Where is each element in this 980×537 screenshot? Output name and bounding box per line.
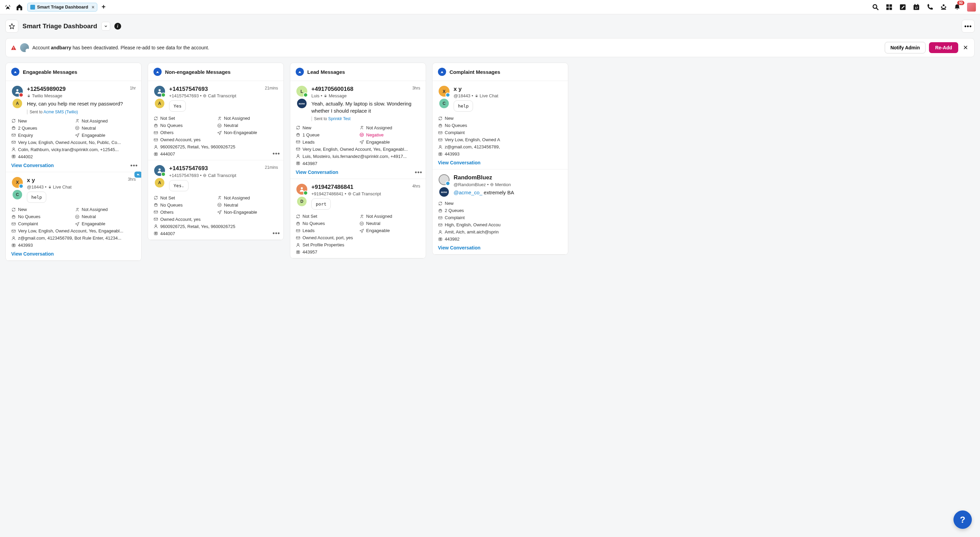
svg-rect-67 bbox=[297, 134, 299, 136]
meta-icon bbox=[153, 116, 158, 121]
user-avatar[interactable] bbox=[967, 3, 976, 11]
meta-icon: C bbox=[11, 243, 16, 248]
message-text: @acme_co_ extremely BA bbox=[453, 189, 563, 196]
message-card[interactable]: A +14157547693 21mins +14157547693 • Cal… bbox=[148, 160, 283, 239]
svg-rect-3 bbox=[889, 4, 892, 6]
meta-item: C444007 bbox=[153, 151, 278, 156]
lock-icon bbox=[48, 185, 52, 189]
meta-icon bbox=[296, 214, 301, 219]
avatar: A bbox=[155, 178, 164, 188]
svg-rect-19 bbox=[12, 127, 15, 129]
view-conversation-link[interactable]: View Conversation bbox=[11, 163, 54, 168]
card-time: 3hrs bbox=[412, 86, 420, 91]
alert-close-icon[interactable]: ✕ bbox=[962, 43, 969, 53]
meta-icon bbox=[438, 230, 443, 234]
view-conversation-link[interactable]: View Conversation bbox=[438, 245, 480, 250]
meta-item: C444002 bbox=[11, 154, 136, 159]
card-title: x y bbox=[453, 86, 462, 92]
add-tab-button[interactable]: + bbox=[102, 3, 105, 11]
readd-button[interactable]: Re-Add bbox=[929, 42, 958, 53]
calendar-icon[interactable]: 17 bbox=[913, 3, 920, 11]
card-subtitle: @18443 • Live Chat bbox=[453, 93, 563, 98]
meta-grid: Not SetNot AssignedNo QueuesNeutralOther… bbox=[153, 195, 278, 236]
column-header: Complaint Messages bbox=[433, 63, 568, 81]
meta-item: Not Set bbox=[153, 116, 215, 121]
page-more-button[interactable]: ••• bbox=[962, 20, 975, 33]
meta-icon bbox=[11, 133, 16, 137]
svg-point-66 bbox=[361, 126, 363, 127]
avatar-stack: D bbox=[296, 184, 308, 206]
message-card[interactable]: A +14157547693 21mins +14157547693 • Cal… bbox=[148, 81, 283, 160]
meta-icon bbox=[153, 137, 158, 142]
meta-grid: NewNot Assigned1 QueueNegativeLeadsEngag… bbox=[296, 125, 420, 166]
meta-item: 9600926725, Retail, Yes, 9600926725 bbox=[153, 224, 278, 229]
globe-icon bbox=[490, 183, 494, 186]
avatar: acme bbox=[439, 187, 449, 197]
meta-icon bbox=[438, 116, 443, 121]
compose-icon[interactable] bbox=[899, 3, 907, 11]
meta-icon bbox=[438, 137, 443, 142]
meta-item: Engageable bbox=[360, 228, 420, 233]
svg-point-76 bbox=[301, 187, 303, 189]
phone-icon[interactable] bbox=[926, 3, 934, 11]
sent-to-link[interactable]: Sprinklr Test bbox=[328, 116, 350, 121]
card-more-icon[interactable]: ••• bbox=[130, 162, 138, 169]
avatar: D bbox=[297, 197, 307, 206]
title-dropdown[interactable] bbox=[102, 22, 110, 30]
tab-active[interactable]: Smart Triage Dashboard × bbox=[27, 3, 97, 11]
card-more-icon[interactable]: ••• bbox=[272, 230, 280, 237]
meta-item: Not Assigned bbox=[217, 116, 278, 121]
meta-item: No Queues bbox=[153, 202, 215, 207]
svg-point-58 bbox=[219, 204, 219, 205]
meta-item: Non-Engageable bbox=[217, 210, 278, 215]
info-icon[interactable]: i bbox=[115, 23, 121, 30]
svg-point-25 bbox=[13, 148, 14, 150]
view-conversation-link[interactable]: View Conversation bbox=[438, 160, 480, 166]
mention-link[interactable]: @acme_co_ bbox=[453, 190, 482, 195]
svg-point-79 bbox=[361, 215, 363, 217]
avatar-stack: acme bbox=[438, 174, 450, 197]
meta-item: New bbox=[11, 207, 72, 212]
message-card[interactable]: acme RandomBluez @RandomBluez • Mention … bbox=[433, 169, 568, 255]
meta-item: C444007 bbox=[153, 231, 278, 236]
svg-point-68 bbox=[360, 133, 364, 137]
meta-item: Not Set bbox=[153, 195, 215, 201]
svg-text:C: C bbox=[298, 163, 299, 165]
svg-point-31 bbox=[76, 215, 79, 218]
apps-grid-icon[interactable] bbox=[885, 3, 893, 11]
meta-icon: C bbox=[11, 154, 16, 159]
message-card[interactable]: XC x y 3hrs @18443 • Live Chat help NewN… bbox=[6, 172, 141, 261]
tab-close-icon[interactable]: × bbox=[92, 5, 94, 10]
notify-admin-button[interactable]: Notify Admin bbox=[885, 42, 926, 53]
message-card[interactable]: A +12545989029 1hr Twilio Message Hey, c… bbox=[6, 81, 141, 172]
favorite-button[interactable] bbox=[5, 20, 18, 33]
message-card[interactable]: Lacme +491705600168 3hrs Luis • Message … bbox=[290, 81, 426, 179]
meta-icon: C bbox=[438, 152, 443, 156]
meta-grid: Not SetNot AssignedNo QueuesNeutralOther… bbox=[153, 116, 278, 156]
bell-icon[interactable]: 90 bbox=[953, 3, 961, 11]
home-icon[interactable] bbox=[16, 3, 23, 11]
svg-point-39 bbox=[159, 89, 161, 91]
meta-icon bbox=[11, 147, 16, 152]
meta-item: High, English, Owned Accou bbox=[438, 222, 563, 227]
svg-point-21 bbox=[76, 127, 77, 127]
meta-icon: C bbox=[438, 237, 443, 242]
meta-icon bbox=[153, 210, 158, 214]
sent-to-link[interactable]: Acme SMS (Twilio) bbox=[43, 110, 78, 114]
view-conversation-link[interactable]: View Conversation bbox=[11, 251, 54, 257]
message-card[interactable]: XC x y @18443 • Live Chat help NewNo Que… bbox=[433, 81, 568, 169]
team-icon[interactable] bbox=[940, 3, 947, 11]
svg-rect-2 bbox=[886, 4, 889, 6]
top-nav: Smart Triage Dashboard × + 17 90 bbox=[0, 0, 980, 14]
search-icon[interactable] bbox=[872, 3, 879, 11]
meta-icon bbox=[438, 130, 443, 135]
meta-icon: C bbox=[296, 161, 301, 166]
svg-point-83 bbox=[362, 223, 363, 223]
card-more-icon[interactable]: ••• bbox=[415, 169, 422, 176]
meta-icon bbox=[360, 214, 364, 219]
svg-rect-17 bbox=[28, 96, 30, 97]
meta-item: Complaint bbox=[438, 130, 563, 135]
card-more-icon[interactable]: ••• bbox=[272, 150, 280, 157]
message-card[interactable]: D +919427486841 4hrs +919427486841 • Cal… bbox=[290, 179, 426, 258]
view-conversation-link[interactable]: View Conversation bbox=[296, 169, 338, 175]
